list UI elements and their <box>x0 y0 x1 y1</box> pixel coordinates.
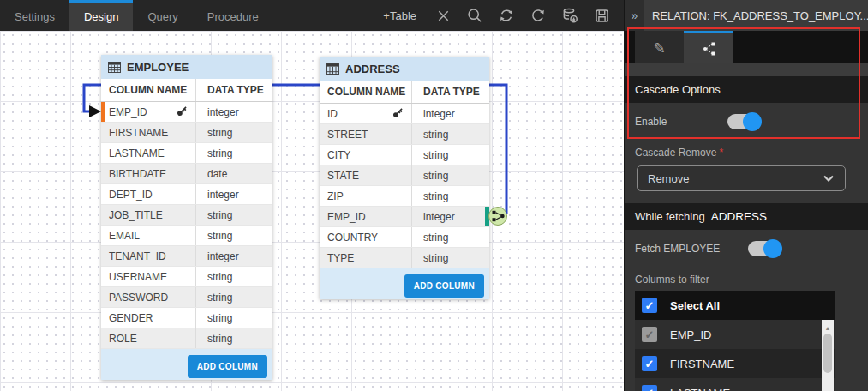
column-name: EMAIL <box>109 230 140 242</box>
table-row[interactable]: STATE string <box>320 165 489 186</box>
table-name: ADDRESS <box>345 63 400 75</box>
add-column-button[interactable]: ADD COLUMN <box>188 355 267 378</box>
save-icon[interactable] <box>593 7 610 24</box>
edit-pencil-tab[interactable]: ✎ <box>635 31 684 63</box>
pencil-icon: ✎ <box>653 39 665 57</box>
table-employee[interactable]: EMPLOYEE COLUMN NAME DATA TYPE EMP_ID in… <box>101 55 272 380</box>
table-row[interactable]: COUNTRY string <box>320 227 489 248</box>
data-type: string <box>411 165 489 185</box>
select-all-checkbox[interactable]: ✓ <box>642 298 657 313</box>
data-type: integer <box>411 207 489 226</box>
redo-icon[interactable] <box>530 7 547 24</box>
tab-query[interactable]: Query <box>133 0 192 31</box>
emp-id-checkbox: ✓ <box>642 327 657 342</box>
tab-design[interactable]: Design <box>69 0 133 31</box>
table-row[interactable]: USERNAME string <box>101 267 272 287</box>
table-footer: ADD COLUMN <box>101 349 272 380</box>
panel-header: » RELATION: FK_ADDRESS_TO_EMPLOY... <box>625 0 868 31</box>
table-row[interactable]: CITY string <box>320 145 489 165</box>
fetching-table-name: ADDRESS <box>711 210 767 223</box>
column-name: ROLE <box>109 333 137 345</box>
filter-item-lastname[interactable]: ✓ LASTNAME <box>635 378 835 391</box>
table-row[interactable]: LASTNAME string <box>101 143 272 164</box>
data-type: date <box>195 164 272 183</box>
column-name-header: COLUMN NAME <box>320 81 411 103</box>
cascade-remove-select[interactable]: Remove <box>637 165 846 191</box>
table-row[interactable]: PASSWORD string <box>101 287 272 308</box>
data-type: integer <box>195 102 272 122</box>
column-name: ZIP <box>327 190 344 202</box>
enable-toggle[interactable] <box>727 114 760 129</box>
filter-item-label: EMP_ID <box>670 328 711 341</box>
firstname-checkbox[interactable]: ✓ <box>642 356 657 371</box>
column-name: BIRTHDATE <box>109 168 166 180</box>
column-name: JOB_TITLE <box>109 209 163 221</box>
tab-procedure[interactable]: Procedure <box>193 0 273 31</box>
collapse-panel-icon[interactable]: » <box>625 0 644 31</box>
table-row[interactable]: EMAIL string <box>101 226 272 246</box>
data-type: integer <box>195 246 272 266</box>
data-type: string <box>411 124 489 144</box>
table-row[interactable]: STREET string <box>320 124 489 145</box>
table-row[interactable]: DEPT_ID integer <box>101 184 272 205</box>
enable-row: Enable <box>625 103 868 140</box>
table-row[interactable]: ROLE string <box>101 328 272 349</box>
data-type: string <box>195 123 272 142</box>
scrollbar-thumb[interactable] <box>823 334 832 373</box>
column-name: TENANT_ID <box>109 250 166 262</box>
data-type-header: DATA TYPE <box>195 79 272 101</box>
table-footer: ADD COLUMN <box>320 268 489 299</box>
table-row[interactable]: FIRSTNAME string <box>101 123 272 143</box>
filter-item-emp-id[interactable]: ✓ EMP_ID <box>635 320 835 349</box>
data-type: integer <box>411 104 489 123</box>
column-name: COUNTRY <box>327 232 378 244</box>
top-toolbar: Settings Design Query Procedure +Table <box>0 0 624 31</box>
search-icon[interactable] <box>466 7 483 24</box>
relation-tab[interactable] <box>684 31 733 63</box>
sync-icon[interactable] <box>498 7 515 24</box>
column-name: EMP_ID <box>109 106 147 118</box>
table-row[interactable]: EMP_ID integer <box>320 207 489 227</box>
relation-connector-icon[interactable] <box>484 202 513 232</box>
column-name: LASTNAME <box>109 147 165 159</box>
table-row[interactable]: ZIP string <box>320 186 489 207</box>
table-header[interactable]: ADDRESS <box>320 57 489 81</box>
column-name: CITY <box>327 149 350 161</box>
table-address[interactable]: ADDRESS COLUMN NAME DATA TYPE ID integer… <box>320 57 489 299</box>
schema-canvas[interactable]: EMPLOYEE COLUMN NAME DATA TYPE EMP_ID in… <box>0 31 624 391</box>
table-row[interactable]: JOB_TITLE string <box>101 205 272 226</box>
table-row[interactable]: TYPE string <box>320 248 489 268</box>
add-table-button[interactable]: +Table <box>383 9 416 22</box>
export-db-icon[interactable] <box>561 7 578 24</box>
panel-strip <box>625 63 868 76</box>
table-header[interactable]: EMPLOYEE <box>101 55 272 79</box>
data-type: string <box>195 143 272 163</box>
table-row[interactable]: TENANT_ID integer <box>101 246 272 267</box>
select-all-row[interactable]: ✓ Select All <box>635 291 835 320</box>
scroll-up-icon[interactable]: ▲ <box>822 320 834 331</box>
table-row[interactable]: GENDER string <box>101 308 272 328</box>
column-name: EMP_ID <box>327 211 366 223</box>
table-row[interactable]: ID integer <box>320 104 489 124</box>
filter-item-label: LASTNAME <box>670 387 730 391</box>
close-icon[interactable] <box>434 7 452 24</box>
data-type: string <box>195 205 272 225</box>
fetch-toggle[interactable] <box>748 241 781 256</box>
required-asterisk: * <box>719 147 723 159</box>
table-row[interactable]: EMP_ID integer <box>101 102 272 123</box>
column-name: STREET <box>327 129 368 141</box>
primary-key-icon <box>392 107 404 121</box>
data-type: string <box>195 308 272 328</box>
lastname-checkbox[interactable]: ✓ <box>642 385 657 391</box>
add-column-button[interactable]: ADD COLUMN <box>404 274 484 298</box>
list-scrollbar[interactable]: ▲ <box>822 320 834 391</box>
tab-settings[interactable]: Settings <box>0 0 69 31</box>
relation-arrow-icon <box>89 105 101 117</box>
filter-item-firstname[interactable]: ✓ FIRSTNAME <box>635 349 835 378</box>
columns-filter-list: ✓ Select All ✓ EMP_ID ✓ FIRSTNAME ✓ LAST… <box>635 291 835 391</box>
table-row[interactable]: BIRTHDATE date <box>101 164 272 184</box>
selected-option: Remove <box>648 172 689 185</box>
relation-icon <box>699 40 718 57</box>
column-name: DEPT_ID <box>109 189 153 201</box>
data-type: integer <box>195 184 272 204</box>
